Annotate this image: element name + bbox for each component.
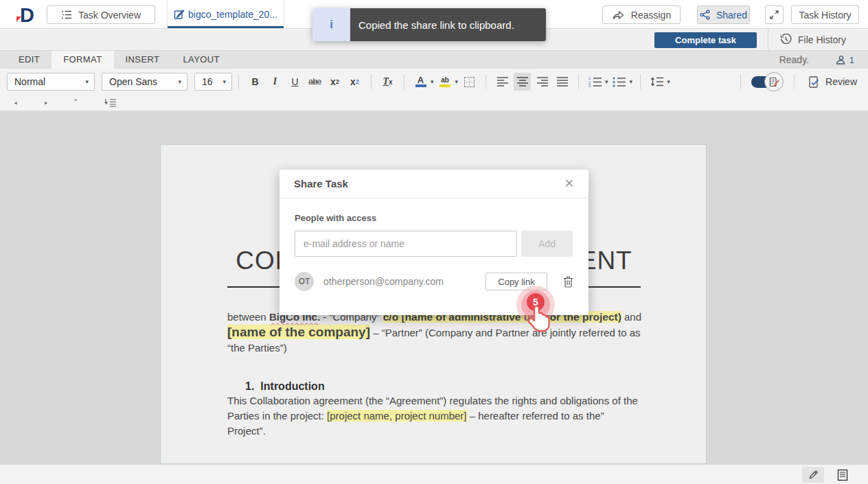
toolbar-divider [371, 74, 372, 89]
numbered-list-dropdown[interactable]: ▾ [605, 78, 608, 85]
font-family-select[interactable]: Open Sans ▾ [102, 73, 187, 91]
highlight-letters: ab [441, 77, 449, 84]
italic-button[interactable]: I [266, 73, 284, 91]
toolbar-divider [486, 74, 486, 89]
toolbar-divider [404, 74, 404, 89]
first-line-indent-button[interactable] [71, 96, 89, 110]
numbered-list-icon: 1 2 3 [589, 76, 602, 87]
font-color-letter: A [418, 76, 424, 84]
file-history-button[interactable]: File History [780, 29, 846, 50]
document-tab[interactable]: bigco_template_20... [167, 0, 284, 28]
delete-access-button[interactable] [563, 276, 573, 288]
track-changes-toggle[interactable] [751, 72, 784, 91]
chevron-down-icon: ▾ [85, 78, 89, 85]
highlight-color-button[interactable]: ab [437, 73, 454, 91]
task-history-label: Task History [799, 10, 851, 21]
toolbar-divider [794, 74, 795, 89]
shared-button[interactable]: Shared [697, 5, 750, 24]
bullet-list-dropdown[interactable]: ▾ [630, 78, 633, 85]
numbered-list-button[interactable]: 1 2 3 [586, 73, 604, 91]
document-paragraph: between BigCo Inc. - “Company” c/o [name… [227, 310, 642, 356]
add-label: Add [538, 238, 556, 249]
section-heading: 1.Introduction [245, 380, 641, 393]
close-icon[interactable]: ✕ [564, 178, 574, 189]
avatar: OT [295, 272, 314, 291]
increase-indent-icon [44, 99, 56, 107]
complete-task-button[interactable]: Complete task [654, 32, 757, 48]
section-title: Introduction [260, 380, 324, 392]
justify-button[interactable] [553, 73, 571, 91]
copy-link-button[interactable]: Copy link [486, 273, 547, 290]
notes-button[interactable] [835, 468, 850, 482]
underline-button[interactable]: U [286, 73, 304, 91]
font-color-dropdown[interactable]: ▾ [431, 78, 434, 85]
toolbar-divider [578, 74, 579, 89]
share-task-dialog: Share Task ✕ People with access Add OT o… [279, 170, 589, 315]
clear-formatting-x: x [389, 78, 393, 86]
font-color-button[interactable]: A [412, 73, 429, 91]
align-right-button[interactable] [534, 73, 551, 91]
text-segment: between [227, 311, 269, 323]
line-spacing-button[interactable] [648, 73, 665, 91]
menu-item-format[interactable]: FORMAT [52, 51, 113, 69]
document-paragraph: This Collaboration agreement (the “Agree… [227, 393, 642, 439]
email-input[interactable] [295, 231, 517, 257]
active-users-indicator[interactable]: 1 [836, 51, 854, 69]
action-bar-divider [768, 29, 768, 50]
borders-button[interactable] [461, 73, 478, 91]
superscript-label: x [330, 76, 336, 87]
dialog-title: Share Task [294, 178, 348, 189]
subscript-digit: 2 [356, 78, 359, 85]
task-history-button[interactable]: Task History [791, 5, 859, 24]
pencil-icon [808, 470, 819, 480]
paragraph-style-select[interactable]: Normal ▾ [7, 73, 95, 91]
app-window: D Task Overview bigco_template_20... [0, 0, 868, 484]
font-size-select[interactable]: 16 ▾ [194, 73, 232, 91]
line-spacing-icon [650, 76, 664, 87]
resize-panel-button[interactable] [765, 5, 784, 24]
align-center-button[interactable] [514, 73, 531, 91]
svg-text:D: D [20, 4, 34, 25]
access-list-item: OT otherperson@company.com Copy link [295, 272, 573, 291]
bold-label: B [251, 76, 258, 87]
menu-item-layout[interactable]: LAYOUT [171, 51, 231, 69]
review-button[interactable]: Review [809, 76, 857, 88]
review-check-icon [809, 76, 819, 88]
increase-indent-button[interactable] [41, 96, 58, 110]
highlighted-placeholder: [project name, project number] [327, 410, 466, 422]
strikethrough-label: abe [308, 77, 321, 87]
menu-item-insert[interactable]: INSERT [114, 51, 172, 69]
reassign-button[interactable]: Reassign [602, 5, 681, 24]
line-spacing-dropdown[interactable]: ▾ [667, 78, 670, 85]
info-icon: i [312, 8, 350, 41]
task-overview-button[interactable]: Task Overview [47, 5, 155, 24]
toolbar-divider [640, 74, 641, 89]
user-count: 1 [849, 55, 854, 65]
dialog-header: Share Task ✕ [279, 170, 589, 198]
chevron-down-icon: ▾ [222, 78, 226, 85]
strikethrough-button[interactable]: abe [306, 73, 323, 91]
decrease-indent-button[interactable] [11, 96, 28, 110]
bullet-list-button[interactable] [611, 73, 628, 91]
clear-formatting-button[interactable]: Tx [379, 73, 396, 91]
highlight-dropdown[interactable]: ▾ [455, 78, 459, 85]
clear-formatting-t: T [382, 76, 389, 87]
superscript-button[interactable]: x2 [326, 73, 343, 91]
add-button[interactable]: Add [521, 231, 573, 257]
menu-item-edit[interactable]: EDIT [7, 51, 52, 69]
align-left-button[interactable] [494, 73, 511, 91]
bold-button[interactable]: B [247, 73, 264, 91]
people-with-access-label: People with access [295, 213, 573, 223]
subscript-button[interactable]: x2 [346, 73, 363, 91]
review-label: Review [825, 76, 857, 87]
track-changes-icon [764, 72, 784, 91]
bullet-list-icon [613, 76, 626, 87]
person-email: otherperson@company.com [323, 276, 444, 287]
complete-task-label: Complete task [675, 35, 736, 45]
edit-mode-button[interactable] [802, 467, 824, 483]
hanging-indent-button[interactable] [102, 96, 119, 110]
toolbar-divider [238, 74, 239, 89]
format-toolbar: Normal ▾ Open Sans ▾ 16 ▾ B I U abe x2 x… [0, 69, 868, 111]
toast-notification: i Copied the share link to clipboard. [312, 8, 546, 41]
italic-label: I [273, 76, 277, 87]
